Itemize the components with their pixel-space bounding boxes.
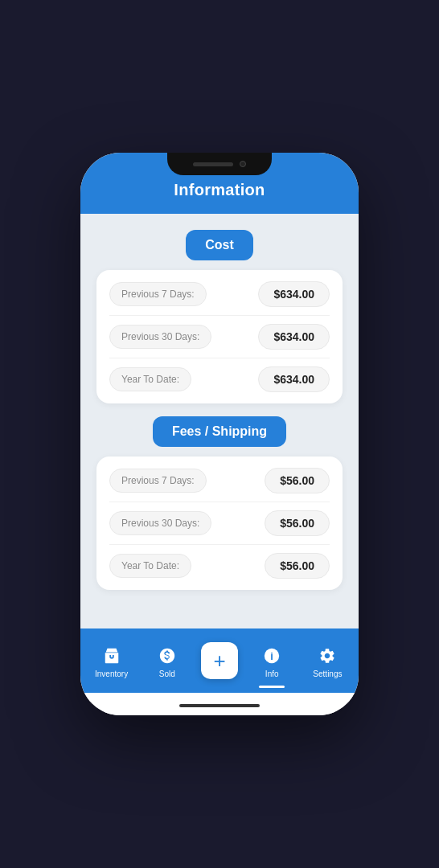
fees-label-30days: Previous 30 Days: bbox=[109, 511, 211, 535]
nav-item-settings[interactable]: Settings bbox=[300, 628, 355, 693]
fees-value-7days: $56.00 bbox=[265, 468, 330, 493]
cost-label-30days: Previous 30 Days: bbox=[109, 325, 211, 349]
fees-section-label: Fees / Shipping bbox=[153, 416, 286, 447]
fees-label-ytd: Year To Date: bbox=[109, 554, 191, 578]
nav-label-sold: Sold bbox=[159, 669, 175, 678]
nav-label-settings: Settings bbox=[313, 669, 342, 678]
notch-camera bbox=[240, 161, 246, 167]
add-button[interactable]: + bbox=[201, 642, 238, 679]
nav-item-sold[interactable]: Sold bbox=[139, 628, 195, 693]
cost-label-ytd: Year To Date: bbox=[109, 367, 191, 391]
info-icon: i bbox=[263, 647, 281, 667]
home-bar bbox=[179, 704, 260, 707]
nav-label-info: Info bbox=[265, 669, 279, 678]
nav-item-info[interactable]: i Info bbox=[244, 628, 300, 693]
gear-icon bbox=[318, 647, 336, 667]
cost-row-ytd: Year To Date: $634.00 bbox=[109, 366, 330, 392]
cost-value-30days: $634.00 bbox=[258, 324, 330, 350]
cost-label-7days: Previous 7 Days: bbox=[109, 282, 207, 306]
plus-icon: + bbox=[213, 650, 225, 671]
scroll-content: Cost Previous 7 Days: $634.00 Previous 3… bbox=[80, 214, 359, 628]
nav-label-inventory: Inventory bbox=[95, 669, 128, 678]
cost-value-ytd: $634.00 bbox=[258, 366, 330, 392]
fees-row-7days: Previous 7 Days: $56.00 bbox=[109, 468, 330, 502]
phone-frame: Information Cost Previous 7 Days: $634.0… bbox=[80, 153, 359, 715]
cost-card: Previous 7 Days: $634.00 Previous 30 Day… bbox=[96, 270, 343, 403]
nav-item-inventory[interactable]: Inventory bbox=[84, 628, 139, 693]
dollar-icon bbox=[158, 647, 176, 667]
fees-value-30days: $56.00 bbox=[265, 510, 330, 536]
notch-speaker bbox=[193, 162, 233, 166]
fees-row-30days: Previous 30 Days: $56.00 bbox=[109, 510, 330, 545]
page-title: Information bbox=[174, 181, 265, 199]
bag-icon bbox=[103, 647, 121, 667]
fees-value-ytd: $56.00 bbox=[265, 553, 330, 579]
svg-text:i: i bbox=[270, 649, 273, 661]
fees-row-ytd: Year To Date: $56.00 bbox=[109, 553, 330, 579]
cost-value-7days: $634.00 bbox=[258, 281, 330, 307]
phone-notch bbox=[167, 153, 272, 175]
cost-row-30days: Previous 30 Days: $634.00 bbox=[109, 324, 330, 358]
fees-card: Previous 7 Days: $56.00 Previous 30 Days… bbox=[96, 457, 343, 590]
bottom-nav: Inventory Sold + bbox=[80, 628, 359, 693]
home-indicator bbox=[80, 693, 359, 715]
cost-row-7days: Previous 7 Days: $634.00 bbox=[109, 281, 330, 316]
nav-item-add[interactable]: + bbox=[195, 628, 244, 693]
fees-label-7days: Previous 7 Days: bbox=[109, 469, 207, 493]
phone-screen: Information Cost Previous 7 Days: $634.0… bbox=[80, 153, 359, 715]
cost-section-label: Cost bbox=[186, 230, 253, 260]
